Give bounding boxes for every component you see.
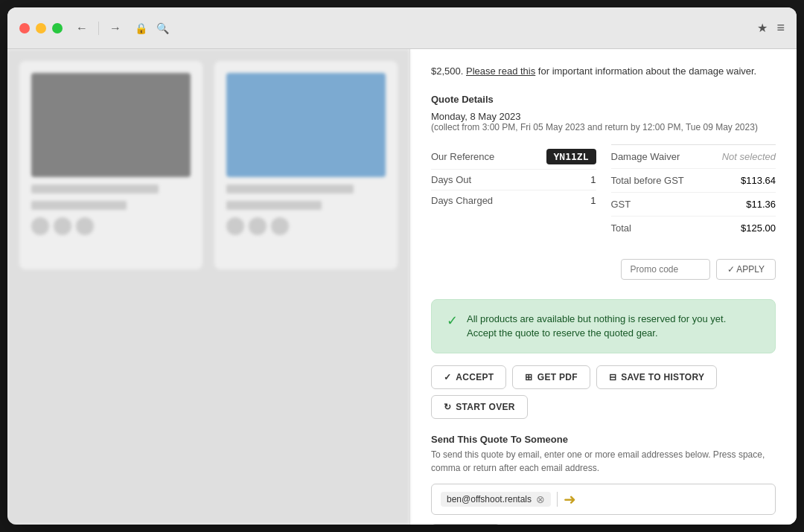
action-buttons: ✓ ACCEPT ⊞ GET PDF ⊟ SAVE TO HISTORY ↻ S… <box>431 365 776 419</box>
email-input-container[interactable]: ben@offshoot.rentals ⊗ ➜ <box>431 484 776 515</box>
accept-check-icon: ✓ <box>444 372 451 382</box>
damage-waiver-label: Damage Waiver <box>611 151 680 162</box>
quote-date-sub: (collect from 3:00 PM, Fri 05 May 2023 a… <box>431 122 776 132</box>
email-cursor-area[interactable]: ➜ <box>564 490 766 508</box>
quote-right: Damage Waiver Not selected Total before … <box>611 144 776 240</box>
get-pdf-label: GET PDF <box>537 372 578 382</box>
accept-button[interactable]: ✓ ACCEPT <box>431 365 506 389</box>
gst-row: GST $11.36 <box>611 193 776 217</box>
get-pdf-button[interactable]: ⊞ GET PDF <box>512 365 590 389</box>
damage-waiver-value: Not selected <box>722 151 776 162</box>
save-to-history-label: SAVE TO HISTORY <box>621 372 704 382</box>
damage-waiver-note: $2,500. Please read this for important i… <box>431 64 776 79</box>
damage-waiver-row: Damage Waiver Not selected <box>611 145 776 169</box>
start-over-button[interactable]: ↻ START OVER <box>431 395 528 419</box>
availability-banner: ✓ All products are available but nothing… <box>431 299 776 353</box>
days-out-value: 1 <box>590 174 596 185</box>
lock-icon: 🔒 <box>135 22 147 34</box>
search-icon: 🔍 <box>156 22 169 34</box>
availability-line2: Accept the quote to reserve the quoted g… <box>467 326 726 341</box>
promo-row: ✓ APPLY <box>431 251 776 287</box>
days-charged-value: 1 <box>590 195 596 206</box>
quote-date: Monday, 8 May 2023 <box>431 111 776 122</box>
traffic-lights <box>19 23 63 33</box>
promo-code-input[interactable] <box>621 259 710 280</box>
total-value: $125.00 <box>741 222 776 234</box>
our-reference-row: Our Reference YN11ZL <box>431 144 596 170</box>
cursor-arrow-icon: ➜ <box>564 490 576 508</box>
star-icon[interactable]: ★ <box>757 21 768 35</box>
forward-button[interactable]: → <box>105 18 126 39</box>
browser-chrome: ← → 🔒 🔍 ★ ≡ <box>7 7 797 49</box>
reference-badge: YN11ZL <box>546 149 596 164</box>
nav-divider <box>98 22 99 35</box>
damage-waiver-link[interactable]: Please read this <box>466 65 535 77</box>
gst-value: $11.36 <box>746 199 776 210</box>
right-panel: $2,500. Please read this for important i… <box>409 49 797 525</box>
days-out-row: Days Out 1 <box>431 170 596 190</box>
email-tag: ben@offshoot.rentals ⊗ <box>441 492 551 507</box>
send-section-description: To send this quote by email, enter one o… <box>431 448 776 475</box>
start-over-label: START OVER <box>456 402 514 412</box>
gst-label: GST <box>611 199 631 210</box>
days-charged-label: Days Charged <box>431 195 493 206</box>
days-out-label: Days Out <box>431 174 471 185</box>
save-to-history-button[interactable]: ⊟ SAVE TO HISTORY <box>596 365 717 389</box>
availability-line1: All products are available but nothing i… <box>467 312 726 327</box>
send-section: Send This Quote To Someone To send this … <box>431 434 776 525</box>
minimize-button[interactable] <box>36 23 46 33</box>
quote-details-title: Quote Details <box>431 94 776 105</box>
total-label: Total <box>611 222 631 234</box>
email-tag-remove[interactable]: ⊗ <box>536 494 545 504</box>
back-button[interactable]: ← <box>71 18 92 39</box>
availability-text: All products are available but nothing i… <box>467 312 726 341</box>
quote-grid: Our Reference YN11ZL Days Out 1 Days Cha… <box>431 144 776 240</box>
apply-promo-button[interactable]: ✓ APPLY <box>716 259 776 280</box>
menu-icon[interactable]: ≡ <box>776 20 785 36</box>
accept-label: ACCEPT <box>456 372 494 382</box>
refresh-icon: ↻ <box>444 402 451 412</box>
total-before-gst-row: Total before GST $113.64 <box>611 169 776 193</box>
history-icon: ⊟ <box>609 372 616 382</box>
browser-right: ★ ≡ <box>757 20 785 36</box>
fullscreen-button[interactable] <box>52 23 63 33</box>
our-reference-label: Our Reference <box>431 151 494 162</box>
close-button[interactable] <box>19 23 30 33</box>
browser-content: $2,500. Please read this for important i… <box>7 49 797 525</box>
email-divider <box>557 492 558 507</box>
browser-window: ← → 🔒 🔍 ★ ≡ <box>7 7 797 525</box>
browser-nav: ← → <box>71 18 126 39</box>
check-icon: ✓ <box>447 313 458 329</box>
pdf-icon: ⊞ <box>525 372 532 382</box>
days-charged-row: Days Charged 1 <box>431 190 596 211</box>
total-before-gst-label: Total before GST <box>611 175 684 186</box>
send-button[interactable]: ▶ SEND <box>431 524 500 525</box>
send-section-title: Send This Quote To Someone <box>431 434 776 445</box>
email-tag-value: ben@offshoot.rentals <box>447 494 532 504</box>
total-before-gst-value: $113.64 <box>741 175 776 186</box>
left-panel <box>7 49 409 525</box>
total-row: Total $125.00 <box>611 217 776 240</box>
quote-left: Our Reference YN11ZL Days Out 1 Days Cha… <box>431 144 596 240</box>
